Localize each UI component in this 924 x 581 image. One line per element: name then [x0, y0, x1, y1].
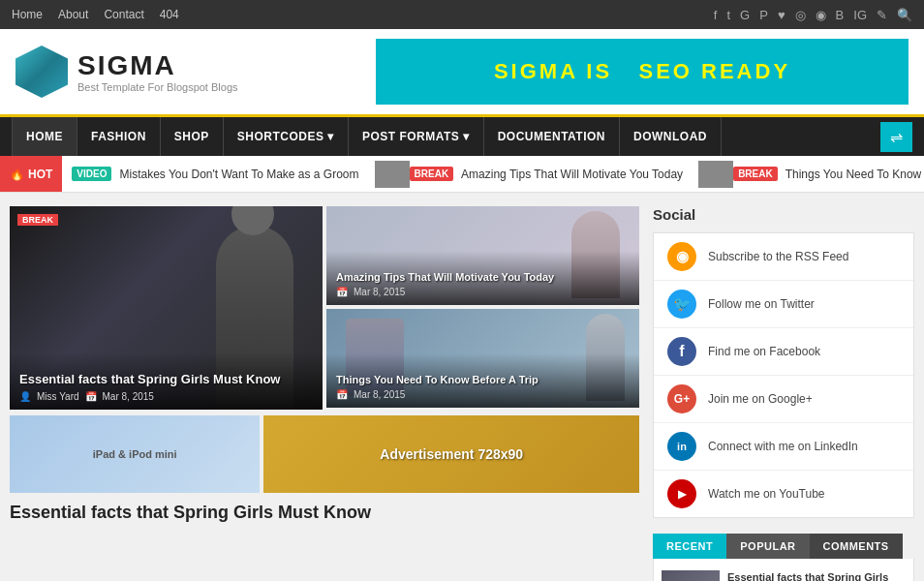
nav-item-post-formats[interactable]: POST FORMATS ▾: [349, 117, 484, 156]
rss-label: Subscribe to the RSS Feed: [708, 250, 848, 263]
logo-tagline: Best Template For Blogspot Blogs: [77, 81, 238, 93]
hot-label: HOT: [28, 168, 52, 181]
pinterest-icon[interactable]: P: [759, 8, 768, 22]
twitter-icon[interactable]: t: [726, 8, 730, 22]
calendar-icon-3: 📅: [336, 389, 348, 400]
twitter-icon-circle: 🐦: [667, 290, 696, 319]
nav-contact[interactable]: Contact: [104, 8, 143, 21]
social-box: ◉ Subscribe to the RSS Feed 🐦 Follow me …: [653, 232, 914, 518]
breaking-item-text-2: Amazing Tips That Will Motivate You Toda…: [461, 168, 683, 181]
header: SIGMA Best Template For Blogspot Blogs S…: [0, 29, 924, 117]
article-top-right-date: Mar 8, 2015: [354, 287, 405, 297]
social-rss[interactable]: ◉ Subscribe to the RSS Feed: [654, 233, 913, 281]
logo-area: SIGMA Best Template For Blogspot Blogs: [15, 46, 238, 98]
breaking-bar: 🔥 HOT VIDEO Mistakes You Don't Want To M…: [0, 156, 924, 193]
breaking-item-2[interactable]: BREAK Amazing Tips That Will Motivate Yo…: [410, 167, 699, 181]
tab-popular[interactable]: POPULAR: [726, 534, 809, 559]
main-nav: HOME FASHION SHOP SHORTCODES ▾ POST FORM…: [0, 117, 924, 156]
calendar-icon-2: 📅: [336, 287, 348, 297]
nav-item-home[interactable]: HOME: [12, 117, 77, 156]
video-badge: VIDEO: [72, 167, 111, 181]
article-main-meta: 👤 Miss Yard 📅 Mar 8, 2015: [19, 391, 313, 402]
youtube-label: Watch me on YouTube: [708, 487, 825, 501]
tabs-bar: RECENT POPULAR COMMENTS: [653, 534, 914, 559]
article-card-main[interactable]: BREAK Essential facts that Spring Girls …: [10, 206, 323, 410]
header-banner: SIGMA IS SEO READY: [376, 39, 909, 105]
article-top-right-meta: 📅 Mar 8, 2015: [336, 287, 630, 297]
facebook-icon[interactable]: f: [714, 8, 718, 22]
calendar-icon: 📅: [85, 391, 97, 402]
social-title: Social: [653, 206, 914, 223]
dribbble-icon[interactable]: ◎: [795, 8, 806, 22]
banner-text: SIGMA IS SEO READY: [494, 59, 790, 84]
social-youtube[interactable]: ▶ Watch me on YouTube: [654, 471, 913, 517]
nav-item-fashion[interactable]: FASHION: [77, 117, 161, 156]
article-main-date: Mar 8, 2015: [103, 391, 154, 402]
featured-article: Essential facts that Spring Girls Must K…: [10, 503, 639, 523]
recent-text-1: Essential facts that Spring Girls Must K…: [727, 570, 906, 581]
search-icon[interactable]: 🔍: [897, 8, 912, 22]
shuffle-button[interactable]: ⇌: [880, 122, 912, 152]
article-bottom-right-overlay: Things You Need To Know Before A Trip 📅 …: [326, 353, 639, 408]
rss-icon-circle: ◉: [667, 242, 696, 271]
ad-left-label: iPad & iPod mini: [93, 448, 177, 460]
top-bar-nav: Home About Contact 404: [12, 8, 179, 21]
ad-right-label: Advertisement 728x90: [380, 446, 523, 462]
social-google[interactable]: G+ Join me on Google+: [654, 376, 913, 423]
featured-title[interactable]: Essential facts that Spring Girls Must K…: [10, 503, 639, 523]
nav-item-shortcodes[interactable]: SHORTCODES ▾: [224, 117, 349, 156]
break-badge-2: BREAK: [410, 167, 454, 181]
google-label: Join me on Google+: [708, 392, 813, 406]
rss-icon[interactable]: ◉: [816, 8, 826, 22]
behance-icon[interactable]: B: [836, 8, 845, 22]
top-bar-social-icons: f t G P ♥ ◎ ◉ B IG ✎ 🔍: [714, 8, 912, 22]
instagram-icon[interactable]: IG: [853, 8, 867, 22]
nav-home[interactable]: Home: [12, 8, 43, 21]
tab-recent[interactable]: RECENT: [653, 534, 726, 559]
article-grid: BREAK Essential facts that Spring Girls …: [10, 206, 639, 410]
nav-about[interactable]: About: [58, 8, 88, 21]
logo-icon: [15, 46, 68, 98]
person-icon: 👤: [19, 391, 31, 402]
banner-text-1: SIGMA IS: [494, 59, 612, 83]
article-card-overlay-main: Essential facts that Spring Girls Must K…: [10, 352, 323, 410]
article-bottom-right-date: Mar 8, 2015: [354, 389, 405, 400]
banner-text-2: SEO READY: [638, 59, 790, 83]
social-facebook[interactable]: f Find me on Facebook: [654, 328, 913, 376]
social-linkedin[interactable]: in Connect with me on LinkedIn: [654, 423, 913, 471]
article-bottom-right-title: Things You Need To Know Before A Trip: [336, 373, 630, 386]
breaking-item-text-3: Things You Need To Know Before A: [785, 168, 924, 181]
top-bar: Home About Contact 404 f t G P ♥ ◎ ◉ B I…: [0, 0, 924, 29]
social-twitter[interactable]: 🐦 Follow me on Twitter: [654, 281, 913, 328]
breaking-item-text-1: Mistakes You Don't Want To Make as a Gro…: [119, 168, 358, 181]
breaking-item-1[interactable]: VIDEO Mistakes You Don't Want To Make as…: [72, 167, 374, 181]
break-badge-3: BREAK: [733, 167, 778, 181]
edit-icon[interactable]: ✎: [877, 8, 887, 22]
googleplus-icon[interactable]: G: [740, 8, 750, 22]
main-layout: BREAK Essential facts that Spring Girls …: [0, 193, 924, 581]
article-card-bottom-right[interactable]: Things You Need To Know Before A Trip 📅 …: [326, 309, 639, 408]
hot-badge: 🔥 HOT: [0, 156, 62, 192]
nav-item-documentation[interactable]: DOCUMENTATION: [484, 117, 620, 156]
tab-comments[interactable]: COMMENTS: [810, 534, 903, 559]
sidebar: Social ◉ Subscribe to the RSS Feed 🐦 Fol…: [653, 206, 914, 581]
breaking-thumb-2: [375, 161, 410, 188]
nav-404[interactable]: 404: [160, 8, 179, 21]
youtube-icon-circle: ▶: [667, 479, 696, 508]
nav-item-shop[interactable]: SHOP: [161, 117, 224, 156]
article-card-top-right[interactable]: Amazing Tips That Will Motivate You Toda…: [326, 206, 639, 305]
recent-thumb-1: [662, 570, 720, 581]
article-main-title: Essential facts that Spring Girls Must K…: [19, 372, 313, 388]
ad-row: iPad & iPod mini Advertisement 728x90: [10, 415, 639, 493]
facebook-icon-circle: f: [667, 337, 696, 366]
recent-item-1[interactable]: Essential facts that Spring Girls Must K…: [662, 563, 906, 581]
linkedin-icon-circle: in: [667, 432, 696, 461]
breaking-thumb-3: [698, 161, 733, 188]
heart-icon[interactable]: ♥: [778, 8, 785, 22]
nav-item-download[interactable]: DOWNLOAD: [620, 117, 722, 156]
breaking-item-3[interactable]: BREAK Things You Need To Know Before A: [733, 167, 924, 181]
tabs-section: RECENT POPULAR COMMENTS Essential facts …: [653, 534, 914, 581]
article-bottom-right-meta: 📅 Mar 8, 2015: [336, 389, 630, 400]
logo-title: SIGMA: [77, 50, 238, 81]
recent-list: Essential facts that Spring Girls Must K…: [653, 559, 914, 581]
